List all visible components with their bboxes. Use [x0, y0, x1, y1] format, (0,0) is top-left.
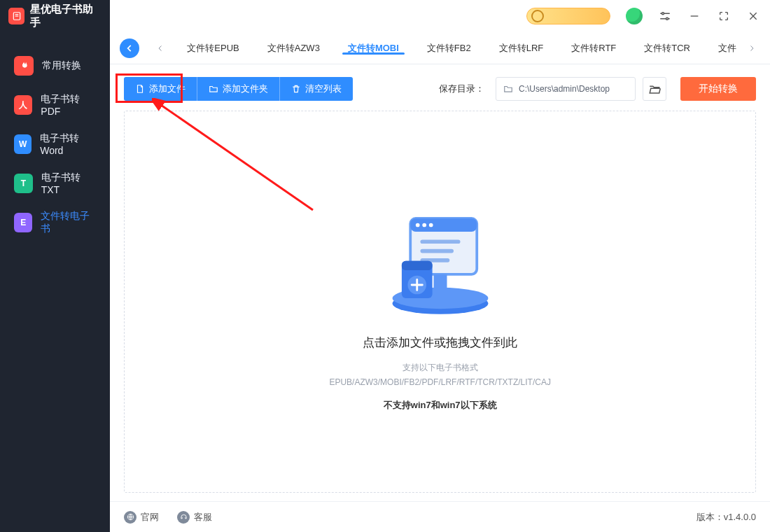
sidebar-item-common[interactable]: 常用转换 — [0, 46, 110, 85]
fire-icon — [14, 56, 34, 76]
sidebar-item-txt[interactable]: T 电子书转TXT — [0, 164, 110, 203]
sidebar-item-pdf[interactable]: 人 电子书转PDF — [0, 85, 110, 125]
svg-point-11 — [422, 223, 426, 227]
close-icon[interactable] — [746, 9, 760, 23]
official-site-label: 官网 — [141, 511, 159, 524]
tab-overflow[interactable]: 文件 — [704, 42, 739, 55]
version: 版本：v1.4.0.0 — [696, 511, 756, 524]
svg-point-12 — [429, 223, 433, 227]
tabs-row: 文件转EPUB 文件转AZW3 文件转MOBI 文件转FB2 文件转LRF 文件… — [110, 32, 770, 64]
ebook-icon: E — [14, 213, 32, 232]
maximize-icon[interactable] — [717, 9, 731, 23]
drop-sub2: EPUB/AZW3/MOBI/FB2/PDF/LRF/RTF/TCR/TXTZ/… — [329, 375, 550, 389]
sidebar-nav: 常用转换 人 电子书转PDF W 电子书转Word T 电子书转TXT E 文件… — [0, 32, 110, 242]
tab-epub[interactable]: 文件转EPUB — [173, 42, 253, 55]
titlebar — [110, 0, 770, 32]
svg-rect-1 — [15, 14, 18, 15]
start-label: 开始转换 — [699, 83, 738, 95]
drop-subtext: 支持以下电子书格式 EPUB/AZW3/MOBI/FB2/PDF/LRF/RTF… — [329, 360, 550, 389]
app-logo-icon — [8, 8, 24, 24]
tab-scroll-left[interactable] — [148, 36, 173, 61]
tab-mobi[interactable]: 文件转MOBI — [334, 42, 413, 55]
file-icon — [135, 84, 145, 94]
support-link[interactable]: 客服 — [177, 511, 212, 524]
tab-rtf[interactable]: 文件转RTF — [557, 42, 630, 55]
drop-sub1: 支持以下电子书格式 — [329, 360, 550, 374]
add-folder-label: 添加文件夹 — [223, 83, 268, 95]
start-convert-button[interactable]: 开始转换 — [680, 77, 756, 101]
official-site-link[interactable]: 官网 — [124, 511, 159, 524]
sidebar-item-toebook[interactable]: E 文件转电子书 — [0, 203, 110, 242]
tabs: 文件转EPUB 文件转AZW3 文件转MOBI 文件转FB2 文件转LRF 文件… — [173, 42, 739, 55]
clear-list-label: 清空列表 — [305, 83, 342, 95]
folder-icon — [209, 84, 218, 94]
sidebar-item-label: 文件转电子书 — [41, 210, 96, 235]
globe-icon — [124, 511, 136, 524]
sidebar-item-label: 电子书转PDF — [41, 93, 96, 117]
svg-rect-18 — [402, 261, 433, 270]
clear-list-button[interactable]: 清空列表 — [280, 77, 353, 101]
drop-title: 点击添加文件或拖拽文件到此 — [363, 335, 517, 351]
svg-rect-13 — [420, 240, 460, 244]
sidebar-item-word[interactable]: W 电子书转Word — [0, 125, 110, 164]
tab-fb2[interactable]: 文件转FB2 — [413, 42, 485, 55]
txt-icon: T — [14, 174, 33, 193]
sidebar-item-label: 电子书转Word — [40, 132, 96, 156]
main: 文件转EPUB 文件转AZW3 文件转MOBI 文件转FB2 文件转LRF 文件… — [110, 0, 770, 532]
toolbar-button-group: 添加文件 添加文件夹 清空列表 — [124, 77, 353, 101]
app-header: 星优电子书助手 — [0, 0, 110, 32]
vip-pill[interactable] — [526, 8, 610, 24]
tab-scroll-right[interactable] — [739, 36, 764, 61]
version-value: v1.4.0.0 — [724, 512, 756, 522]
add-folder-button[interactable]: 添加文件夹 — [197, 77, 280, 101]
folder-small-icon — [503, 84, 513, 94]
svg-point-10 — [416, 223, 420, 227]
trash-icon — [291, 84, 301, 94]
sidebar-item-label: 常用转换 — [42, 59, 81, 72]
browse-folder-button[interactable] — [643, 77, 666, 101]
save-path-value: C:\Users\admin\Desktop — [519, 84, 610, 94]
settings-icon[interactable] — [658, 9, 672, 23]
tab-lrf[interactable]: 文件转LRF — [485, 42, 558, 55]
add-file-button[interactable]: 添加文件 — [124, 77, 197, 101]
sidebar-item-label: 电子书转TXT — [41, 172, 97, 195]
folder-open-icon — [648, 83, 661, 95]
pdf-icon: 人 — [14, 95, 32, 115]
svg-point-4 — [666, 18, 668, 20]
add-file-label: 添加文件 — [149, 83, 186, 95]
tab-azw3[interactable]: 文件转AZW3 — [253, 42, 334, 55]
footer: 官网 客服 版本：v1.4.0.0 — [110, 501, 770, 532]
drop-wrap: 点击添加文件或拖拽文件到此 支持以下电子书格式 EPUB/AZW3/MOBI/F… — [110, 111, 770, 501]
drop-area[interactable]: 点击添加文件或拖拽文件到此 支持以下电子书格式 EPUB/AZW3/MOBI/F… — [124, 111, 756, 493]
app-title: 星优电子书助手 — [30, 3, 102, 29]
svg-rect-16 — [433, 274, 447, 295]
save-path-box[interactable]: C:\Users\admin\Desktop — [496, 77, 636, 101]
toolbar: 添加文件 添加文件夹 清空列表 保存目录： C:\Users\admin\Des… — [110, 64, 770, 111]
drop-warning: 不支持win7和win7以下系统 — [384, 399, 497, 412]
sidebar: 星优电子书助手 常用转换 人 电子书转PDF W 电子书转Word T 电子书转… — [0, 0, 110, 532]
minimize-icon[interactable] — [687, 9, 701, 23]
word-icon: W — [14, 134, 31, 154]
tab-back-button[interactable] — [120, 38, 139, 58]
svg-rect-9 — [410, 218, 477, 232]
drop-illustration-icon — [374, 192, 507, 325]
headset-icon — [177, 511, 190, 524]
svg-rect-14 — [420, 249, 454, 253]
tab-tcr[interactable]: 文件转TCR — [630, 42, 704, 55]
svg-point-3 — [662, 13, 664, 15]
version-label: 版本： — [696, 512, 724, 522]
svg-rect-2 — [15, 15, 18, 16]
support-label: 客服 — [194, 511, 212, 524]
avatar[interactable] — [626, 8, 643, 24]
save-dir-label: 保存目录： — [439, 83, 484, 95]
